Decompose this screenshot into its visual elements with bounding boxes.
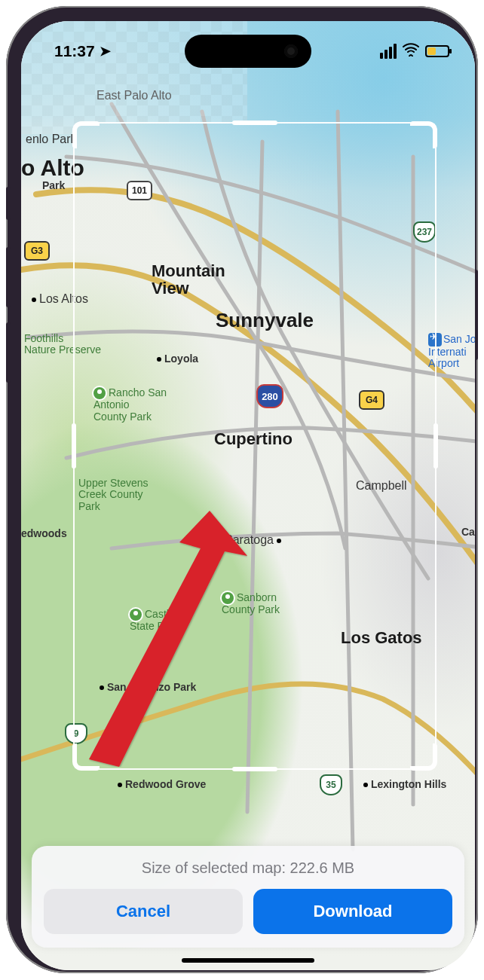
label-redwood-grove: Redwood Grove [115,778,206,790]
side-button-silent [6,187,11,220]
screen: East Palo Alto enlo Park o Alto Park Mou… [21,21,475,970]
dynamic-island [185,35,311,68]
status-time: 11:37 [54,42,95,60]
selection-handle-bl[interactable] [72,743,100,771]
wifi-icon [403,43,419,60]
side-button-vol-up [6,247,11,307]
download-sheet: Size of selected map: 222.6 MB Cancel Do… [32,846,464,948]
size-label: Size of selected map: 222.6 MB [44,859,452,877]
home-indicator[interactable] [182,958,314,963]
side-button-vol-down [6,322,11,383]
label-palo-alto-park: Park [42,179,65,191]
selection-handle-left[interactable] [72,423,76,469]
selection-handle-top[interactable] [232,121,277,125]
selection-handle-tr[interactable] [410,121,437,148]
cellular-bars-icon [380,44,397,59]
label-menlo-park: enlo Park [26,133,77,146]
cancel-button[interactable]: Cancel [44,889,243,934]
label-ca: Ca [461,526,475,538]
download-button[interactable]: Download [253,889,452,934]
label-east-palo-alto: East Palo Alto [96,89,172,102]
map-selection-box[interactable] [74,123,436,769]
selection-handle-br[interactable] [410,743,437,771]
selection-handle-right[interactable] [433,423,438,469]
shield-g3: G3 [24,241,50,261]
device-frame: East Palo Alto enlo Park o Alto Park Mou… [6,6,478,973]
battery-icon [425,45,449,57]
selection-handle-tl[interactable] [72,121,100,148]
map-canvas[interactable]: East Palo Alto enlo Park o Alto Park Mou… [21,21,475,970]
location-arrow-icon: ➤ [100,43,111,60]
selection-handle-bottom[interactable] [232,767,277,771]
size-value: 222.6 MB [290,859,355,876]
shield-ca35: 35 [320,774,342,795]
label-redwoods: edwoods [21,527,67,539]
label-lexington-hills: Lexington Hills [360,778,446,790]
